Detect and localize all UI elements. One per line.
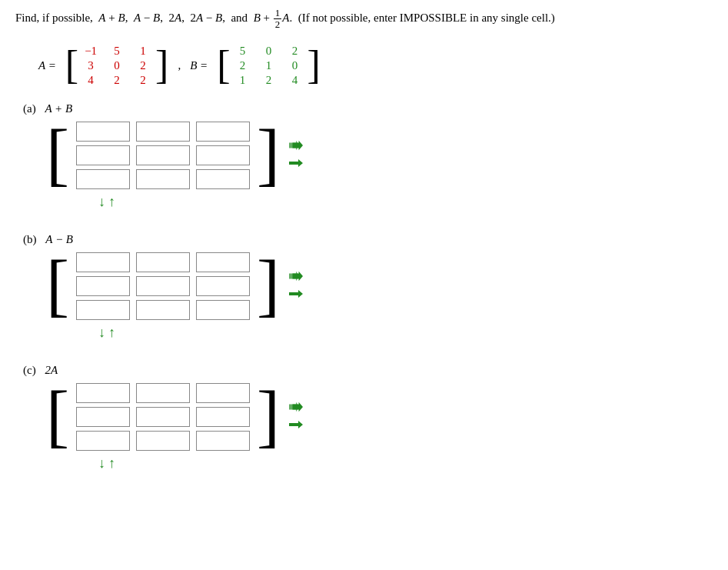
section-c-arrow-double-right[interactable] — [289, 402, 303, 415]
a-input-r3c3[interactable] — [196, 169, 250, 189]
a-r2c2: 0 — [106, 59, 128, 72]
section-b-arrow-right[interactable] — [289, 288, 303, 302]
section-c-bracket-right: ] — [257, 387, 280, 446]
a-r1c3: 1 — [132, 45, 154, 58]
matrix-b-values: 5 0 2 2 1 0 1 2 4 — [232, 45, 306, 87]
b-input-r2c1[interactable] — [76, 276, 130, 296]
b-input-r1c1[interactable] — [76, 252, 130, 272]
c-input-r2c1[interactable] — [76, 407, 130, 427]
b-input-r2c2[interactable] — [136, 276, 190, 296]
bracket-left-a: [ — [65, 45, 78, 85]
a-r2c1: 3 — [80, 59, 101, 72]
section-b-arrow-up[interactable]: ↑ — [108, 325, 115, 341]
c-input-r2c3[interactable] — [196, 407, 250, 427]
a-input-r2c3[interactable] — [196, 145, 250, 165]
a-input-r3c1[interactable] — [76, 169, 130, 189]
b-r3c1: 1 — [232, 74, 254, 87]
section-b-grid — [76, 252, 250, 320]
matrices-definition: A = [ −1 5 1 3 0 2 4 2 2 ] , B = [ 5 0 2… — [38, 45, 713, 87]
b-input-r3c3[interactable] — [196, 300, 250, 320]
section-a-id: (a) — [23, 102, 36, 115]
section-c-bottom-arrows: ↓ ↑ — [98, 455, 713, 472]
a-input-r1c2[interactable] — [136, 122, 190, 142]
a-input-r1c3[interactable] — [196, 122, 250, 142]
section-a-label: (a) A + B — [23, 102, 713, 115]
section-c-label: (c) 2A — [23, 364, 713, 377]
b-r1c3: 2 — [284, 45, 306, 58]
section-c: (c) 2A [ ] — [15, 364, 713, 472]
a-r3c2: 2 — [106, 74, 128, 87]
matrix-b-label: B = — [190, 59, 208, 72]
section-a-arrow-down[interactable]: ↓ — [98, 194, 105, 210]
matrix-b-container: [ 5 0 2 2 1 0 1 2 4 ] — [217, 45, 321, 87]
comma-separator: , — [178, 59, 181, 72]
section-a-bottom-arrows: ↓ ↑ — [98, 194, 713, 210]
section-b-label: (b) A − B — [23, 233, 713, 246]
section-b-bottom-arrows: ↓ ↑ — [98, 325, 713, 341]
c-input-r3c1[interactable] — [76, 431, 130, 451]
b-input-r2c3[interactable] — [196, 276, 250, 296]
a-r1c1: −1 — [80, 45, 101, 58]
c-input-r1c3[interactable] — [196, 383, 250, 403]
instruction-text: Find, if possible, A + B, A − B, 2A, 2A … — [15, 8, 713, 31]
section-b-side-arrows — [289, 271, 303, 302]
a-r2c3: 2 — [132, 59, 154, 72]
b-r2c3: 0 — [284, 59, 306, 72]
b-r2c1: 2 — [232, 59, 254, 72]
section-c-side-arrows — [289, 402, 303, 432]
section-a-input-area: [ ] — [46, 122, 713, 189]
c-input-r3c3[interactable] — [196, 431, 250, 451]
section-a-bracket-left: [ — [46, 125, 69, 185]
b-r1c1: 5 — [232, 45, 254, 58]
section-a-side-arrows — [289, 140, 303, 171]
b-input-r1c3[interactable] — [196, 252, 250, 272]
section-b-bracket-right: ] — [257, 256, 280, 315]
section-a-grid — [76, 122, 250, 189]
c-input-r1c1[interactable] — [76, 383, 130, 403]
section-c-arrow-right[interactable] — [289, 419, 303, 432]
a-input-r2c2[interactable] — [136, 145, 190, 165]
section-a-bracket-right: ] — [257, 125, 280, 185]
section-b-id: (b) — [23, 233, 37, 245]
matrix-a-label: A = — [38, 59, 56, 72]
a-input-r3c2[interactable] — [136, 169, 190, 189]
section-a-expression: A + B — [45, 102, 72, 115]
section-b-expression: A − B — [45, 233, 73, 245]
section-b-arrow-double-right[interactable] — [289, 271, 303, 284]
bracket-right-b: ] — [307, 45, 321, 85]
section-b-bracket-left: [ — [46, 256, 69, 315]
b-r3c2: 2 — [258, 74, 280, 87]
section-a-arrow-up[interactable]: ↑ — [108, 194, 115, 210]
matrix-a-values: −1 5 1 3 0 2 4 2 2 — [80, 45, 154, 87]
a-input-r1c1[interactable] — [76, 122, 130, 142]
b-input-r3c1[interactable] — [76, 300, 130, 320]
a-r3c1: 4 — [80, 74, 101, 87]
section-c-arrow-down[interactable]: ↓ — [98, 455, 105, 472]
section-c-expression: 2A — [45, 364, 58, 376]
b-input-r3c2[interactable] — [136, 300, 190, 320]
b-input-r1c2[interactable] — [136, 252, 190, 272]
section-b-arrow-down[interactable]: ↓ — [98, 325, 105, 341]
b-r3c3: 4 — [284, 74, 306, 87]
section-c-input-area: [ ] — [46, 383, 713, 451]
bracket-right-a: ] — [155, 45, 168, 85]
and-word: and — [231, 12, 248, 24]
c-input-r3c2[interactable] — [136, 431, 190, 451]
c-input-r2c2[interactable] — [136, 407, 190, 427]
section-c-arrow-up[interactable]: ↑ — [108, 455, 115, 472]
section-a: (a) A + B [ ] — [15, 102, 713, 210]
matrix-a-container: [ −1 5 1 3 0 2 4 2 2 ] — [65, 45, 169, 87]
section-b-input-area: [ ] — [46, 252, 713, 320]
bracket-left-b: [ — [217, 45, 230, 85]
section-b: (b) A − B [ ] — [15, 233, 713, 341]
a-input-r2c1[interactable] — [76, 145, 130, 165]
section-a-arrow-right[interactable] — [289, 158, 303, 171]
c-input-r1c2[interactable] — [136, 383, 190, 403]
b-r1c2: 0 — [258, 45, 280, 58]
a-r3c3: 2 — [132, 74, 154, 87]
a-r1c2: 5 — [106, 45, 128, 58]
section-c-grid — [76, 383, 250, 451]
section-a-arrow-double-right[interactable] — [289, 140, 303, 153]
section-c-bracket-left: [ — [46, 387, 69, 446]
b-r2c2: 1 — [258, 59, 280, 72]
